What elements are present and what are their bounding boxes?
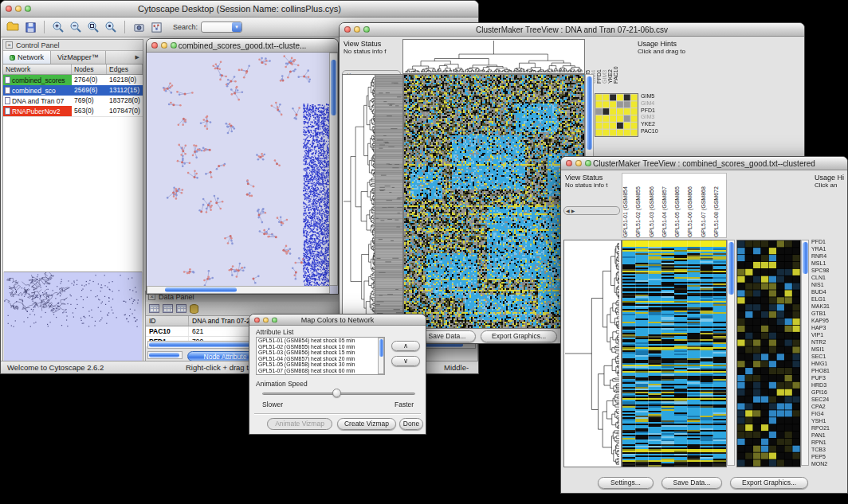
zoom-vscrollbar[interactable]	[801, 240, 809, 466]
array-column-label[interactable]: GPL51-01 (GSM854	[622, 175, 635, 237]
network-hscrollbar[interactable]	[147, 286, 330, 294]
network-vscrollbar[interactable]	[329, 53, 338, 286]
scroll-thumb[interactable]	[165, 287, 237, 292]
gene-label[interactable]: MON2	[811, 460, 848, 467]
save-icon[interactable]	[23, 20, 37, 34]
similarity-matrix-box[interactable]	[595, 93, 638, 137]
dialog-titlebar[interactable]: Map Colors to Network	[249, 315, 426, 326]
zoom-fit-icon[interactable]	[86, 20, 100, 34]
tab-vizmapper[interactable]: VizMapper™	[51, 51, 106, 64]
array-column-label[interactable]: GPL51-04 (GSM857	[662, 175, 674, 237]
network-view-titlebar[interactable]: combined_scores_good.txt--cluste...	[147, 39, 338, 53]
zoom-selected-icon[interactable]	[104, 20, 118, 34]
zoom-in-icon[interactable]	[51, 20, 65, 34]
scroll-thumb[interactable]	[587, 76, 592, 150]
gene-label[interactable]: KAP95	[811, 317, 848, 324]
gene-label[interactable]: RPN1	[811, 439, 848, 446]
database-icon[interactable]	[190, 304, 198, 314]
gene-label[interactable]: CLN1	[811, 274, 848, 281]
gene-label[interactable]: PFD1	[811, 238, 848, 245]
row-dendrogram[interactable]	[343, 75, 375, 328]
gene-label[interactable]: SEC24	[811, 396, 848, 403]
close-button[interactable]	[566, 160, 572, 166]
close-panel-icon[interactable]: ×	[6, 41, 13, 49]
minimize-button[interactable]	[575, 160, 582, 166]
close-button[interactable]	[254, 317, 260, 322]
scroll-thumb[interactable]	[803, 242, 808, 274]
network-graph[interactable]	[147, 53, 330, 286]
gene-label[interactable]: HMG1	[811, 360, 848, 367]
network-overview-panel[interactable]	[4, 272, 142, 361]
array-column-label[interactable]: GPL51-03 (GSM856	[649, 175, 662, 237]
birdseye-icon[interactable]	[149, 20, 163, 34]
gene-label[interactable]: YRA1	[811, 245, 848, 252]
zoom-button[interactable]	[25, 6, 31, 12]
similarity-matrix[interactable]	[595, 94, 638, 136]
search-input[interactable]: ▼	[201, 21, 242, 33]
browser-hscrollbar[interactable]	[147, 351, 183, 359]
gene-label[interactable]: RPO21	[811, 424, 848, 432]
save-data-button[interactable]: Save Data...	[418, 330, 476, 342]
treeview2-titlebar[interactable]: ClusterMaker TreeView : combined_scores_…	[561, 157, 847, 170]
attribute-item[interactable]: GPL51-01 (GSM854) heat shock 05 min	[257, 338, 384, 344]
column-gene-label[interactable]: GIM3	[602, 39, 607, 84]
move-up-button[interactable]: ∧	[391, 341, 420, 351]
scroll-thumb[interactable]	[728, 242, 734, 295]
gene-label[interactable]: NIS1	[811, 281, 848, 288]
gene-label[interactable]: ELG1	[811, 295, 848, 303]
gene-label[interactable]: GTB1	[811, 310, 848, 317]
minimize-button[interactable]	[263, 317, 269, 322]
expression-heatmap[interactable]	[622, 240, 726, 467]
attribute-item[interactable]: GPL51-03 (GSM856) heat shock 15 min	[257, 350, 384, 356]
network-canvas-area[interactable]	[147, 53, 338, 294]
scroll-left-icon[interactable]: ◀	[566, 208, 570, 213]
minimize-button[interactable]	[161, 42, 167, 49]
attribute-item[interactable]: GPL51-05 (GSM858) heat shock 30 min	[257, 361, 384, 368]
gene-label[interactable]: VIP1	[811, 331, 848, 338]
matrix-gene-label[interactable]: PFD1	[641, 107, 673, 115]
network-list-row[interactable]: combined_sco 2569(6) 13112(15)	[3, 85, 143, 96]
list-vscrollbar[interactable]	[378, 338, 384, 374]
row-dendrogram-box[interactable]	[563, 240, 622, 467]
gene-label[interactable]: PHO81	[811, 367, 848, 374]
network-overview-thumbnail[interactable]	[4, 272, 142, 360]
open-folder-icon[interactable]	[6, 20, 20, 34]
attribute-table-icon[interactable]	[163, 304, 173, 313]
gene-label[interactable]: PAN1	[811, 432, 848, 439]
gene-label[interactable]: FIG4	[811, 410, 848, 417]
export-graphics-button[interactable]: Export Graphics...	[481, 330, 557, 342]
gene-label[interactable]: NTR2	[811, 338, 848, 346]
chevron-down-icon[interactable]: ▼	[232, 22, 241, 32]
heatmap-box[interactable]	[622, 240, 727, 467]
zoom-heatmap[interactable]	[737, 240, 800, 467]
array-column-label[interactable]: GPL51-06 (GSM866	[687, 175, 700, 237]
attribute-item[interactable]: GPL51-07 (GSM868) heat shock 60 min	[257, 368, 384, 374]
column-gene-label[interactable]: PFD1	[596, 39, 602, 84]
gene-label[interactable]: MSL1	[811, 260, 848, 267]
minimize-button[interactable]	[354, 26, 360, 33]
animation-speed-slider-thumb[interactable]	[332, 389, 341, 397]
snapshot-icon[interactable]	[132, 20, 146, 34]
gene-label[interactable]: MSI1	[811, 346, 848, 353]
scroll-thumb[interactable]	[379, 339, 383, 357]
gene-label[interactable]: BUD4	[811, 288, 848, 295]
matrix-gene-label[interactable]: YKE2	[641, 121, 673, 128]
matrix-gene-label[interactable]: GIM3	[641, 114, 673, 121]
tab-network[interactable]: Network	[3, 51, 51, 64]
export-graphics-button[interactable]: Export Graphics...	[730, 477, 808, 489]
network-list-row[interactable]: combined_scores 2764(0) 16218(0)	[3, 75, 143, 85]
gene-label[interactable]: PEP5	[811, 453, 848, 460]
gene-label[interactable]: CPA2	[811, 403, 848, 410]
column-dendrogram[interactable]	[403, 40, 584, 73]
array-column-label[interactable]: GPL51-08 (GSM672	[713, 175, 726, 237]
column-gene-label[interactable]: YKE2	[607, 39, 613, 84]
close-button[interactable]	[151, 42, 158, 49]
matrix-gene-label[interactable]: GIM5	[641, 93, 673, 100]
array-column-label[interactable]: GPL51-05 (GSM865	[674, 175, 687, 237]
treeview1-titlebar[interactable]: ClusterMaker TreeView : DNA and Tran 07-…	[340, 23, 804, 37]
zoom-heatmap-box[interactable]	[736, 240, 801, 467]
gene-label[interactable]: SPC98	[811, 267, 848, 274]
array-column-label[interactable]: GPL51-07 (GSM868	[701, 175, 713, 237]
zoom-button[interactable]	[363, 26, 370, 33]
network-list-row[interactable]: RNAPuberNov2 563(0) 107847(0)	[3, 106, 143, 116]
